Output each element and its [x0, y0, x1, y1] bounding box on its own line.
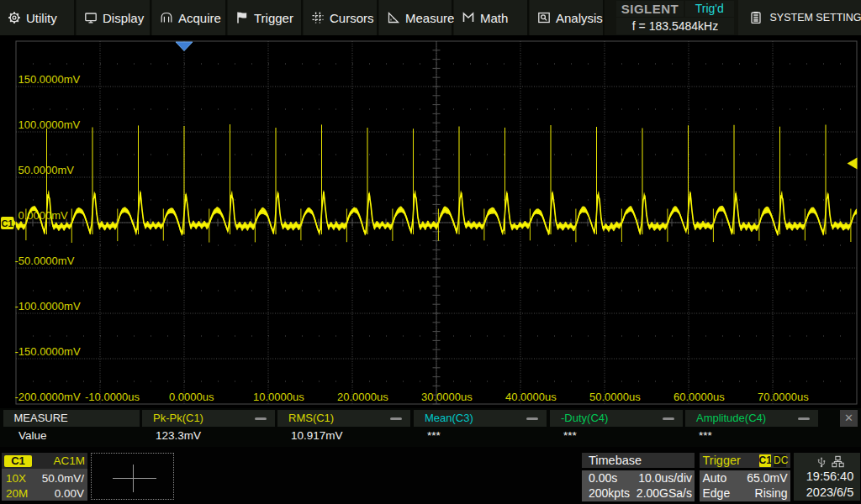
svg-text:-100.0000mV: -100.0000mV	[15, 300, 81, 312]
svg-text:100.0000mV: 100.0000mV	[18, 118, 81, 131]
svg-text:C1: C1	[1, 218, 13, 228]
svg-text:-150.0000mV: -150.0000mV	[15, 345, 81, 358]
svg-text:150.0000mV: 150.0000mV	[18, 73, 81, 86]
svg-text:20.0000us: 20.0000us	[337, 391, 388, 403]
svg-text:-200.0000mV: -200.0000mV	[15, 391, 81, 403]
svg-text:0.0000us: 0.0000us	[169, 391, 214, 403]
svg-text:10.0000us: 10.0000us	[253, 391, 304, 403]
svg-text:50.0000us: 50.0000us	[589, 391, 641, 403]
svg-text:30.0000us: 30.0000us	[421, 391, 473, 403]
svg-text:50.0000mV: 50.0000mV	[18, 164, 75, 176]
svg-text:70.0000us: 70.0000us	[758, 391, 809, 403]
svg-text:-10.0000us: -10.0000us	[85, 391, 140, 403]
svg-text:40.0000us: 40.0000us	[505, 391, 557, 403]
svg-text:-50.0000mV: -50.0000mV	[15, 255, 75, 267]
svg-text:60.0000us: 60.0000us	[673, 391, 725, 403]
